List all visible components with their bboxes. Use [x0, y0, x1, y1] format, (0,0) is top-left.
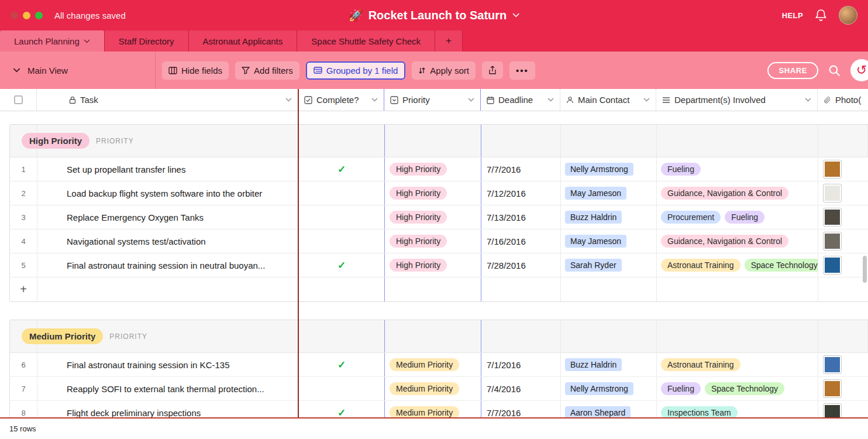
- chevron-down-icon[interactable]: [468, 98, 474, 102]
- photo-cell[interactable]: [818, 253, 868, 277]
- photo-cell[interactable]: [818, 181, 868, 205]
- priority-cell[interactable]: Medium Priority: [385, 353, 481, 376]
- column-header-main-contact[interactable]: Main Contact: [560, 89, 656, 111]
- priority-cell[interactable]: High Priority: [385, 181, 481, 205]
- task-cell[interactable]: Navigational systems test/activation: [37, 229, 299, 253]
- complete-cell[interactable]: ✓: [299, 253, 385, 277]
- contact-cell[interactable]: Buzz Haldrin: [561, 205, 657, 229]
- chevron-down-icon[interactable]: [285, 98, 292, 102]
- group-header[interactable]: Medium Priority PRIORITY: [10, 320, 868, 353]
- deadline-cell[interactable]: 7/28/2016: [481, 253, 561, 277]
- photo-thumbnail[interactable]: [824, 208, 841, 226]
- more-options-button[interactable]: •••: [509, 61, 535, 80]
- table-row[interactable]: 4 Navigational systems test/activation H…: [10, 229, 868, 253]
- departments-cell[interactable]: FuelingSpace Technology: [657, 377, 818, 400]
- column-header-priority[interactable]: Priority: [384, 89, 481, 111]
- photo-thumbnail[interactable]: [824, 232, 841, 250]
- minimize-window-button[interactable]: [23, 12, 30, 19]
- departments-cell[interactable]: Astronaut TrainingSpace Technology: [657, 253, 818, 277]
- photo-thumbnail[interactable]: [824, 160, 841, 178]
- group-header[interactable]: High Priority PRIORITY: [10, 125, 868, 157]
- add-table-button[interactable]: +: [435, 30, 463, 52]
- deadline-cell[interactable]: 7/4/2016: [481, 377, 561, 400]
- chevron-down-icon[interactable]: [805, 98, 811, 102]
- photo-thumbnail[interactable]: [824, 380, 841, 397]
- complete-cell[interactable]: [299, 181, 385, 205]
- contact-cell[interactable]: Nelly Armstrong: [561, 377, 657, 400]
- contact-cell[interactable]: Nelly Armstrong: [561, 157, 657, 181]
- tab-launch-planning[interactable]: Launch Planning: [0, 30, 105, 52]
- departments-cell[interactable]: Astronaut Training: [657, 353, 818, 376]
- photo-cell[interactable]: [818, 157, 868, 181]
- table-row[interactable]: 6 Final astronaut training session in KC…: [10, 353, 868, 377]
- photo-cell[interactable]: [818, 205, 868, 229]
- priority-cell[interactable]: High Priority: [385, 253, 481, 277]
- task-cell[interactable]: Replace Emergency Oxygen Tanks: [37, 205, 299, 229]
- close-window-button[interactable]: [11, 12, 18, 19]
- share-view-button[interactable]: [482, 61, 503, 79]
- chevron-down-icon[interactable]: [547, 98, 554, 102]
- complete-cell[interactable]: [299, 205, 385, 229]
- select-all-checkbox[interactable]: [14, 95, 23, 104]
- table-row[interactable]: 7 Reapply SOFI to external tank thermal …: [10, 377, 868, 401]
- hide-fields-button[interactable]: Hide fields: [162, 61, 229, 80]
- table-row[interactable]: 5 Final astronaut training session in ne…: [10, 253, 868, 277]
- grouped-by-button[interactable]: Grouped by 1 field: [306, 61, 406, 80]
- photo-thumbnail[interactable]: [824, 356, 841, 373]
- view-switcher[interactable]: Main View: [7, 66, 149, 76]
- chevron-down-icon[interactable]: [371, 98, 378, 102]
- chevron-down-icon[interactable]: [643, 98, 650, 102]
- base-title-dropdown[interactable]: 🚀 Rocket Launch to Saturn: [349, 0, 520, 30]
- column-header-deadline[interactable]: Deadline: [481, 89, 560, 111]
- photo-cell[interactable]: [818, 229, 868, 253]
- task-cell[interactable]: Final astronaut training session in KC-1…: [37, 353, 299, 376]
- complete-cell[interactable]: ✓: [299, 353, 385, 376]
- priority-cell[interactable]: High Priority: [385, 205, 481, 229]
- column-header-task[interactable]: Task: [37, 89, 298, 111]
- deadline-cell[interactable]: 7/16/2016: [481, 229, 561, 253]
- search-icon[interactable]: [825, 64, 844, 77]
- vertical-scrollbar[interactable]: [863, 256, 867, 283]
- complete-cell[interactable]: [299, 377, 385, 400]
- deadline-cell[interactable]: 7/13/2016: [481, 205, 561, 229]
- revision-history-button[interactable]: ↺: [850, 59, 868, 81]
- help-button[interactable]: HELP: [782, 11, 803, 20]
- add-record-row[interactable]: +: [10, 277, 868, 301]
- task-cell[interactable]: Load backup flight system software into …: [37, 181, 299, 205]
- deadline-cell[interactable]: 7/7/2016: [481, 157, 561, 181]
- table-row[interactable]: 3 Replace Emergency Oxygen Tanks High Pr…: [10, 205, 868, 229]
- tab-astronaut-applicants[interactable]: Astronaut Applicants: [189, 30, 298, 52]
- photo-cell[interactable]: [818, 377, 868, 400]
- task-cell[interactable]: Final astronaut training session in neut…: [37, 253, 299, 277]
- notifications-bell-icon[interactable]: [815, 9, 827, 22]
- departments-cell[interactable]: Fueling: [657, 157, 818, 181]
- zoom-window-button[interactable]: [35, 12, 43, 19]
- priority-cell[interactable]: Medium Priority: [385, 377, 481, 400]
- task-cell[interactable]: Reapply SOFI to external tank thermal pr…: [37, 377, 299, 400]
- photo-cell[interactable]: [818, 353, 868, 376]
- user-avatar[interactable]: [839, 6, 857, 25]
- departments-cell[interactable]: Guidance, Navigation & Control: [657, 229, 818, 253]
- table-row[interactable]: 1 Set up propellant transfer lines ✓ Hig…: [10, 157, 868, 181]
- share-button[interactable]: SHARE: [767, 62, 818, 79]
- contact-cell[interactable]: May Jameson: [561, 229, 657, 253]
- apply-sort-button[interactable]: Apply sort: [412, 61, 476, 80]
- deadline-cell[interactable]: 7/1/2016: [481, 353, 561, 376]
- complete-cell[interactable]: ✓: [299, 157, 385, 181]
- contact-cell[interactable]: Buzz Haldrin: [561, 353, 657, 376]
- add-filters-button[interactable]: Add filters: [235, 61, 299, 80]
- tab-staff-directory[interactable]: Staff Directory: [105, 30, 189, 52]
- task-cell[interactable]: Set up propellant transfer lines: [37, 157, 299, 181]
- photo-thumbnail[interactable]: [824, 184, 841, 202]
- departments-cell[interactable]: Guidance, Navigation & Control: [657, 181, 818, 205]
- photo-thumbnail[interactable]: [824, 256, 841, 274]
- tab-space-shuttle-safety-check[interactable]: Space Shuttle Safety Check: [297, 30, 435, 52]
- deadline-cell[interactable]: 7/12/2016: [481, 181, 561, 205]
- priority-cell[interactable]: High Priority: [385, 157, 481, 181]
- column-header-complete[interactable]: Complete?: [298, 89, 384, 111]
- departments-cell[interactable]: ProcurementFueling: [657, 205, 818, 229]
- contact-cell[interactable]: May Jameson: [561, 181, 657, 205]
- priority-cell[interactable]: High Priority: [385, 229, 481, 253]
- column-header-departments[interactable]: Department(s) Involved: [656, 89, 818, 111]
- contact-cell[interactable]: Sarah Ryder: [561, 253, 657, 277]
